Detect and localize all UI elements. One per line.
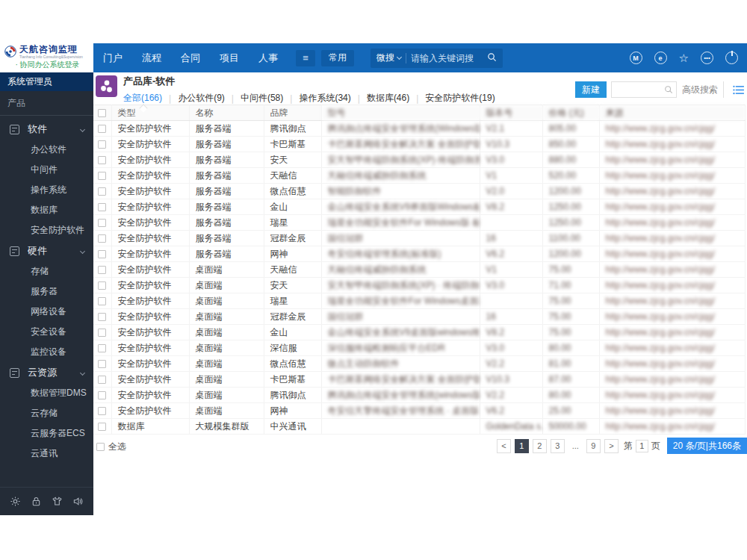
header-checkbox[interactable] (98, 109, 106, 117)
list-view-icon[interactable] (733, 85, 744, 95)
page-button[interactable]: 2 (533, 439, 547, 453)
tab-2[interactable]: 办公软件(9) (178, 92, 225, 105)
table-row[interactable]: 安全防护软件服务器端金山金山终端安全系统V9界面版Windows标准版V8.21… (93, 199, 746, 215)
table-row[interactable]: 安全防护软件服务器端微点佰慧智能防御软件V2.01200.00http://ww… (93, 184, 746, 199)
row-checkbox[interactable] (98, 250, 106, 258)
row-checkbox[interactable] (98, 140, 106, 149)
nav-item[interactable]: 门户 (103, 52, 123, 65)
browser-icon[interactable]: e (654, 52, 667, 64)
table-row[interactable]: 安全防护软件桌面端安天安天智甲终端防御系统(XP) · 终端防御版V3.071.… (93, 278, 746, 293)
favorites-icon[interactable]: ☆ (679, 52, 689, 64)
tree-item[interactable]: 监控设备 (0, 342, 93, 362)
tab-4[interactable]: 操作系统(34) (299, 92, 350, 105)
row-checkbox[interactable] (98, 376, 106, 384)
gear-icon[interactable] (8, 495, 22, 508)
table-row[interactable]: 安全防护软件服务器端瑞星瑞星全功能安全软件For Windows版·标准版125… (93, 215, 746, 231)
row-checkbox[interactable] (98, 391, 106, 399)
row-checkbox[interactable] (98, 156, 106, 164)
advanced-search-button[interactable]: 高级搜索 (676, 81, 723, 98)
global-search-input[interactable] (411, 53, 483, 63)
row-checkbox[interactable] (98, 407, 106, 415)
table-row[interactable]: 安全防护软件服务器端安天安天智甲终端防御系统(XP)·终端防御系统V3.0880… (93, 152, 746, 168)
sound-icon[interactable] (72, 495, 85, 508)
nav-item[interactable]: 人事 (258, 52, 278, 65)
tree-group[interactable]: 软件 (0, 119, 93, 140)
next-page-button[interactable]: > (604, 439, 619, 453)
row-checkbox[interactable] (98, 423, 106, 431)
row-checkbox[interactable] (98, 125, 106, 133)
table-row[interactable]: 安全防护软件服务器端天融信天融信终端威胁防御系统V1520.00http://w… (93, 168, 746, 184)
row-checkbox[interactable] (98, 203, 106, 211)
table-row[interactable]: 安全防护软件桌面端腾讯御点腾讯御点终端安全管理系统(windows版)V2.2V… (93, 388, 746, 403)
table-row[interactable]: 安全防护软件服务器端卡巴斯基卡巴斯基网络安全解决方案 全面防护版(预防...V1… (93, 137, 746, 152)
table-row[interactable]: 安全防护软件服务器端冠群金辰国信冠群161100.00http://www.zj… (93, 231, 746, 246)
row-checkbox[interactable] (98, 234, 106, 243)
tree-group[interactable]: 云资源 (0, 362, 93, 383)
row-checkbox[interactable] (98, 329, 106, 337)
more-icon[interactable]: ••• (701, 52, 713, 64)
tree-item[interactable]: 云服务器ECS (0, 423, 93, 444)
row-checkbox[interactable] (98, 297, 106, 305)
messages-icon[interactable]: M (630, 52, 642, 64)
row-checkbox[interactable] (98, 172, 106, 180)
tree-item[interactable]: 数据管理DMS (0, 383, 93, 403)
row-checkbox[interactable] (98, 219, 106, 227)
tree-group[interactable]: 硬件 (0, 240, 93, 261)
row-checkbox[interactable] (98, 266, 106, 274)
table-row[interactable]: 安全防护软件桌面端金山金山终端安全系统V9桌面版windows终端版V8.275… (93, 325, 746, 340)
nav-item[interactable]: 项目 (220, 52, 239, 65)
new-button[interactable]: 新建 (575, 81, 607, 98)
tree-item[interactable]: 服务器 (0, 281, 93, 302)
table-row[interactable]: 安全防护软件桌面端深信服深信服终端检测响应平台EDRV3.080.00http:… (93, 340, 746, 356)
table-row[interactable]: 安全防护软件桌面端微点佰慧微点主动防御软件V2.281.00http://www… (93, 356, 746, 372)
table-row[interactable]: 安全防护软件桌面端卡巴斯基卡巴斯基网络安全解决方案 全面防护版 · KGL...… (93, 372, 746, 388)
tree-item[interactable]: 存储 (0, 261, 93, 281)
row-checkbox[interactable] (98, 313, 106, 321)
tree-item[interactable]: 数据库 (0, 200, 93, 220)
table-search-input[interactable] (612, 82, 661, 97)
table-row[interactable]: 安全防护软件服务器端网神奇安信终端管理系统(标准版)V6.21200.00htt… (93, 246, 746, 262)
table-row[interactable]: 数据库大规模集群版中兴通讯GoldenData s...50000.00http… (93, 419, 746, 435)
row-checkbox[interactable] (98, 281, 106, 290)
tab-6[interactable]: 安全防护软件(19) (425, 92, 495, 105)
table-row[interactable]: 安全防护软件服务器端腾讯御点腾讯御点终端安全管理系统(Windows版)V2.1… (93, 121, 746, 137)
nav-item-often[interactable]: 常用 (321, 50, 354, 66)
row-checkbox[interactable] (98, 360, 106, 368)
tree-item[interactable]: 操作系统 (0, 180, 93, 200)
tree-item[interactable]: 安全设备 (0, 322, 93, 342)
power-icon[interactable] (725, 52, 738, 64)
page-button[interactable]: 9 (586, 439, 601, 453)
cell-model: 深信服终端检测响应平台EDR (321, 340, 480, 356)
search-scope-dropdown[interactable]: 微搜 (376, 52, 401, 64)
tree-item[interactable]: 办公软件 (0, 140, 93, 160)
page-button[interactable]: 1 (515, 439, 529, 453)
row-checkbox[interactable] (98, 344, 106, 352)
tree-item[interactable]: 网络设备 (0, 302, 93, 322)
table-row[interactable]: 安全防护软件桌面端网神奇安信天擎终端安全管理系统 · 桌面版V6.225.00h… (93, 403, 746, 419)
tab-1[interactable]: 全部(166) (123, 92, 162, 105)
prev-page-button[interactable]: < (497, 439, 511, 453)
tree-item[interactable]: 安全防护软件 (0, 220, 93, 240)
tab-3[interactable]: 中间件(58) (241, 92, 283, 105)
cell-source: http://www.zjcg.gov.cn/cjqg/ (599, 325, 746, 340)
nav-item[interactable]: 合同 (181, 52, 200, 65)
tab-5[interactable]: 数据库(46) (367, 92, 409, 105)
table-row[interactable]: 安全防护软件桌面端天融信天融信终端威胁防御系统V175.00http://www… (93, 262, 746, 278)
search-icon[interactable] (487, 52, 497, 65)
hamburger-menu-icon[interactable]: ≡ (296, 50, 315, 66)
tree-item[interactable]: 云通讯 (0, 444, 93, 464)
tree-item[interactable]: 云存储 (0, 403, 93, 423)
table-row[interactable]: 安全防护软件桌面端冠群金辰国信冠群1675.00http://www.zjcg.… (93, 309, 746, 325)
page-jump-input[interactable]: 1 (636, 440, 648, 452)
row-checkbox[interactable] (98, 187, 106, 196)
tree-item[interactable]: 中间件 (0, 160, 93, 180)
oa-login-link[interactable]: · 协同办公系统登录 (4, 60, 90, 70)
table-row[interactable]: 安全防护软件桌面端瑞星瑞星全功能安全软件For Windows桌面版75.00h… (93, 293, 746, 309)
theme-icon[interactable] (51, 495, 64, 508)
lock-icon[interactable] (29, 495, 43, 508)
nav-item[interactable]: 流程 (142, 52, 161, 65)
table-search-icon[interactable] (661, 85, 676, 94)
select-all-checkbox[interactable] (96, 443, 105, 451)
page-button[interactable]: 3 (551, 439, 565, 453)
select-all[interactable]: 全选 (96, 441, 126, 453)
